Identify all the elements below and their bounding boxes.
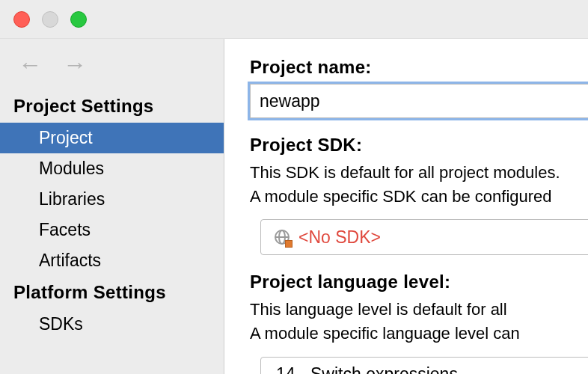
project-sdk-section: Project SDK: This SDK is default for all… bbox=[250, 135, 588, 255]
nav-arrows: ← → bbox=[0, 48, 224, 90]
sidebar-item-label: Libraries bbox=[39, 189, 105, 209]
sidebar-item-label: Modules bbox=[39, 159, 104, 178]
window-maximize-button[interactable] bbox=[70, 11, 87, 28]
sidebar: ← → Project Settings Project Modules Lib… bbox=[0, 39, 224, 374]
language-level-desc-2: A module specific language level can bbox=[250, 322, 588, 345]
sidebar-item-facets[interactable]: Facets bbox=[0, 215, 224, 245]
window-close-button[interactable] bbox=[13, 11, 30, 28]
project-name-input[interactable] bbox=[250, 84, 588, 118]
sidebar-item-label: SDKs bbox=[39, 314, 83, 334]
project-name-section: Project name: bbox=[250, 57, 588, 118]
sidebar-item-project[interactable]: Project bbox=[0, 123, 224, 153]
sidebar-item-label: Facets bbox=[39, 220, 91, 239]
project-sdk-label: Project SDK: bbox=[250, 135, 588, 156]
language-level-select[interactable]: 14 - Switch expressions bbox=[260, 357, 588, 374]
project-sdk-desc-1: This SDK is default for all project modu… bbox=[250, 162, 588, 184]
back-arrow-icon[interactable]: ← bbox=[18, 52, 42, 76]
sidebar-item-label: Project bbox=[39, 128, 93, 147]
language-level-section: Project language level: This language le… bbox=[250, 272, 588, 374]
language-level-label: Project language level: bbox=[250, 272, 588, 292]
project-structure-window: ← → Project Settings Project Modules Lib… bbox=[0, 0, 588, 374]
sidebar-item-modules[interactable]: Modules bbox=[0, 153, 224, 184]
warning-badge-icon bbox=[285, 240, 293, 248]
project-sdk-desc-2: A module specific SDK can be configured bbox=[250, 186, 588, 208]
project-name-label: Project name: bbox=[250, 57, 588, 78]
project-sdk-select[interactable]: <No SDK> bbox=[260, 219, 588, 255]
sidebar-item-libraries[interactable]: Libraries bbox=[0, 184, 224, 215]
window-body: ← → Project Settings Project Modules Lib… bbox=[0, 39, 588, 374]
sidebar-section-platform-settings: Platform Settings bbox=[0, 276, 224, 309]
sidebar-section-project-settings: Project Settings bbox=[0, 90, 224, 123]
content-pane: Project name: Project SDK: This SDK is d… bbox=[224, 39, 588, 374]
project-sdk-value: <No SDK> bbox=[298, 227, 381, 248]
forward-arrow-icon[interactable]: → bbox=[63, 52, 87, 76]
sidebar-item-sdks[interactable]: SDKs bbox=[0, 309, 224, 340]
sidebar-item-label: Artifacts bbox=[39, 251, 101, 270]
titlebar bbox=[0, 0, 588, 39]
sidebar-item-artifacts[interactable]: Artifacts bbox=[0, 245, 224, 276]
language-level-value: 14 - Switch expressions bbox=[276, 364, 458, 374]
window-minimize-button[interactable] bbox=[42, 11, 58, 28]
language-level-desc-1: This language level is default for all bbox=[250, 298, 588, 321]
globe-icon bbox=[273, 228, 291, 246]
